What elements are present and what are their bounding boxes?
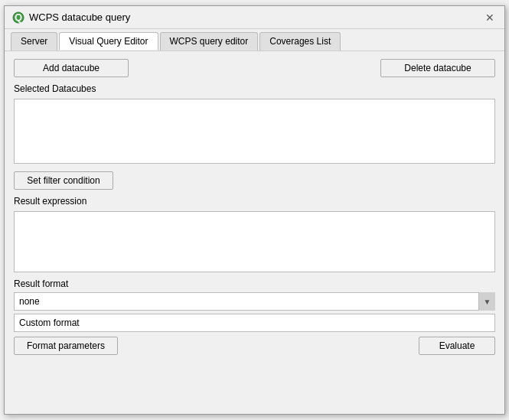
format-select-row: none ▼ (14, 292, 495, 311)
custom-format-input[interactable] (14, 314, 495, 332)
delete-datacube-button[interactable]: Delete datacube (380, 59, 495, 77)
format-parameters-button[interactable]: Format parameters (14, 337, 118, 355)
bottom-buttons-row: Format parameters Evaluate (14, 337, 495, 355)
wcps-dialog: Q WCPS datacube query ✕ Server Visual Qu… (4, 5, 505, 415)
title-bar: Q WCPS datacube query ✕ (5, 6, 504, 29)
set-filter-button[interactable]: Set filter condition (14, 171, 113, 190)
tab-wcps-query-editor[interactable]: WCPS query editor (160, 32, 259, 50)
close-button[interactable]: ✕ (483, 11, 497, 24)
tab-content: Add datacube Delete datacube Selected Da… (5, 51, 504, 414)
add-datacube-button[interactable]: Add datacube (14, 59, 129, 77)
tab-server[interactable]: Server (11, 32, 57, 50)
tab-visual-query-editor[interactable]: Visual Query Editor (59, 32, 158, 50)
result-expression-textarea[interactable] (14, 211, 495, 272)
dialog-title: WCPS datacube query (29, 11, 130, 23)
svg-text:Q: Q (15, 11, 22, 23)
app-icon: Q (12, 11, 24, 24)
format-select[interactable]: none (14, 292, 495, 311)
selected-datacubes-textarea[interactable] (14, 99, 495, 164)
tabs-bar: Server Visual Query Editor WCPS query ed… (5, 29, 504, 51)
tab-coverages-list[interactable]: Coverages List (259, 32, 341, 50)
format-section: Result format none ▼ (14, 277, 495, 332)
datacube-buttons-row: Add datacube Delete datacube (14, 59, 495, 77)
selected-datacubes-label: Selected Datacubes (14, 83, 495, 94)
result-format-label: Result format (14, 278, 495, 289)
evaluate-button[interactable]: Evaluate (419, 337, 495, 355)
title-bar-left: Q WCPS datacube query (12, 11, 130, 24)
result-expression-label: Result expression (14, 196, 495, 207)
filter-button-row: Set filter condition (14, 171, 495, 190)
